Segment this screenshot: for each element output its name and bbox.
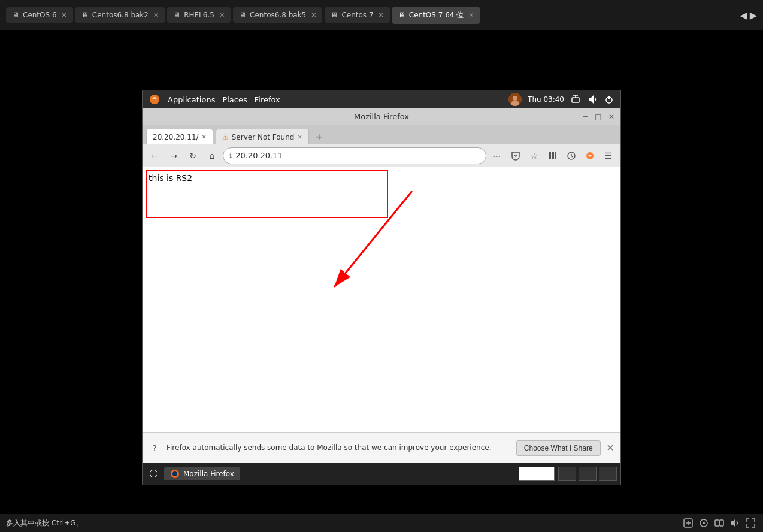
notification-info-icon: ? [149, 442, 161, 454]
ff-firefox-account-icon[interactable] [582, 147, 598, 164]
forward-button[interactable]: → [165, 147, 182, 164]
ff-bookmark-icon[interactable]: ☆ [526, 147, 543, 164]
taskbar-btn-3[interactable] [599, 467, 617, 481]
bottom-icon-1[interactable] [682, 516, 695, 530]
ff-tab1-label: 20.20.20.11/ [153, 133, 199, 141]
svg-point-23 [703, 522, 705, 524]
gnome-topbar-right: Thu 03:40 [508, 93, 614, 106]
tab-close-centos68bak2[interactable]: ✕ [153, 11, 159, 19]
choose-what-share-button[interactable]: Choose What I Share [516, 440, 601, 456]
back-button[interactable]: ← [146, 147, 163, 164]
titlebar-buttons: ─ □ ✕ [580, 111, 617, 122]
taskbar-firefox-label: Mozilla Firefox [183, 470, 234, 478]
gnome-topbar-left: Applications Places Firefox [149, 93, 280, 105]
volume-icon[interactable] [587, 94, 598, 105]
ff-toolbar-right: ⋯ ☆ [489, 147, 617, 164]
svg-rect-4 [572, 98, 579, 102]
ff-sync-icon[interactable] [563, 147, 580, 164]
tab-close-centos7[interactable]: ✕ [379, 11, 384, 19]
home-button[interactable]: ⌂ [204, 147, 220, 164]
tab-icon-centos6: 🖥 [12, 11, 19, 19]
bottom-volume-icon[interactable] [728, 516, 741, 530]
tab-label-rhel65: RHEL6.5 [184, 11, 214, 19]
tab-label-centos7-64: CentOS 7 64 位 [409, 10, 464, 20]
tab-nav-arrows: ◀ ▶ [740, 10, 757, 21]
taskbar-right-buttons [558, 467, 617, 481]
ff-hamburger-menu[interactable]: ☰ [600, 147, 617, 164]
taskbar-input-box [519, 467, 555, 481]
tab-icon-centos7-64: 🖥 [398, 11, 405, 19]
bottom-icon-3[interactable] [713, 516, 726, 530]
ff-tab2-warning-icon: ⚠ [222, 133, 229, 141]
tab-label-centos6: CentOS 6 [23, 11, 57, 19]
tab-icon-centos68bak2: 🖥 [81, 11, 89, 19]
firefox-toolbar: ← → ↻ ⌂ ℹ 20.20.20.11 ⋯ ☆ [143, 144, 620, 167]
reload-button[interactable]: ↻ [184, 147, 201, 164]
bottom-icon-2[interactable] [697, 516, 710, 530]
svg-point-18 [172, 471, 177, 476]
tab-nav-right[interactable]: ▶ [750, 10, 757, 21]
ff-tab2-label: Server Not Found [232, 133, 295, 141]
gnome-logo-icon [149, 93, 161, 105]
firefox-window-title: Mozilla Firefox [354, 112, 409, 121]
tab-label-centos7: Centos 7 [341, 11, 373, 19]
firefox-tab-strip: 20.20.20.11/ ✕ ⚠ Server Not Found ✕ + [143, 125, 620, 144]
tab-nav-left[interactable]: ◀ [740, 10, 747, 21]
tab-centos7-64[interactable]: 🖥 CentOS 7 64 位 ✕ [392, 7, 480, 24]
minimize-button[interactable]: ─ [580, 111, 591, 122]
network-icon[interactable] [570, 94, 581, 105]
tab-icon-centos7: 🖥 [331, 11, 338, 19]
url-text: 20.20.20.11 [235, 151, 283, 160]
taskbar-btn-2[interactable] [579, 467, 597, 481]
svg-rect-25 [720, 520, 723, 526]
ff-tab-2[interactable]: ⚠ Server Not Found ✕ [216, 129, 309, 144]
vm-tab-bar: 🖥 CentOS 6 ✕ 🖥 Centos6.8 bak2 ✕ 🖥 RHEL6.… [0, 0, 763, 30]
tab-rhel65[interactable]: 🖥 RHEL6.5 ✕ [167, 7, 231, 23]
svg-line-16 [334, 191, 412, 287]
page-content-text: this is RS2 [149, 173, 614, 183]
svg-rect-10 [549, 152, 551, 159]
gnome-firefox-menu[interactable]: Firefox [255, 95, 280, 104]
taskbar: ⛶ Mozilla Firefox [143, 463, 620, 485]
tab-centos68bak5[interactable]: 🖥 Centos6.8 bak5 ✕ [233, 7, 322, 23]
url-bar[interactable]: ℹ 20.20.20.11 [223, 147, 486, 164]
tab-close-centos68bak5[interactable]: ✕ [311, 11, 316, 19]
tab-label-centos68bak2: Centos6.8 bak2 [92, 11, 149, 19]
tab-label-centos68bak5: Centos6.8 bak5 [250, 11, 306, 19]
tab-icon-centos68bak5: 🖥 [239, 11, 246, 19]
tab-icon-rhel65: 🖥 [173, 11, 180, 19]
svg-rect-24 [715, 520, 719, 526]
red-arrow-annotation [310, 179, 430, 329]
notification-bar: ? Firefox automatically sends some data … [143, 432, 620, 463]
close-button[interactable]: ✕ [606, 111, 617, 122]
ff-pocket-icon[interactable] [507, 147, 524, 164]
gnome-places-menu[interactable]: Places [222, 95, 247, 104]
tab-close-rhel65[interactable]: ✕ [219, 11, 225, 19]
desktop: Applications Places Firefox Thu 03:40 [0, 30, 763, 532]
firefox-titlebar: Mozilla Firefox ─ □ ✕ [143, 108, 620, 125]
taskbar-firefox-icon [170, 469, 180, 479]
ff-tab-1[interactable]: 20.20.20.11/ ✕ [146, 129, 213, 144]
ff-new-tab-button[interactable]: + [311, 129, 327, 144]
gnome-applications-menu[interactable]: Applications [168, 95, 215, 104]
taskbar-btn-1[interactable] [558, 467, 576, 481]
svg-point-2 [513, 96, 517, 101]
bottom-fullscreen-icon[interactable] [744, 516, 757, 530]
tab-centos6[interactable]: 🖥 CentOS 6 ✕ [6, 7, 73, 23]
ff-tab1-close[interactable]: ✕ [202, 134, 207, 140]
notification-close-button[interactable]: ✕ [607, 442, 614, 454]
tab-close-centos7-64[interactable]: ✕ [468, 11, 474, 19]
ff-library-icon[interactable] [544, 147, 561, 164]
tab-centos7[interactable]: 🖥 Centos 7 ✕ [325, 7, 389, 23]
tab-close-centos6[interactable]: ✕ [62, 11, 67, 19]
ff-menu-icon[interactable]: ⋯ [489, 147, 505, 164]
taskbar-firefox-button[interactable]: Mozilla Firefox [164, 467, 240, 480]
power-icon[interactable] [604, 94, 614, 105]
tab-centos68bak2[interactable]: 🖥 Centos6.8 bak2 ✕ [75, 7, 165, 23]
ff-tab2-close[interactable]: ✕ [297, 134, 302, 140]
bottom-status-text: 多入其中或按 Ctrl+G。 [6, 518, 83, 528]
maximize-button[interactable]: □ [593, 111, 604, 122]
notification-text: Firefox automatically sends some data to… [166, 443, 510, 453]
url-info-icon: ℹ [229, 152, 232, 159]
taskbar-expand-button[interactable]: ⛶ [146, 467, 161, 481]
